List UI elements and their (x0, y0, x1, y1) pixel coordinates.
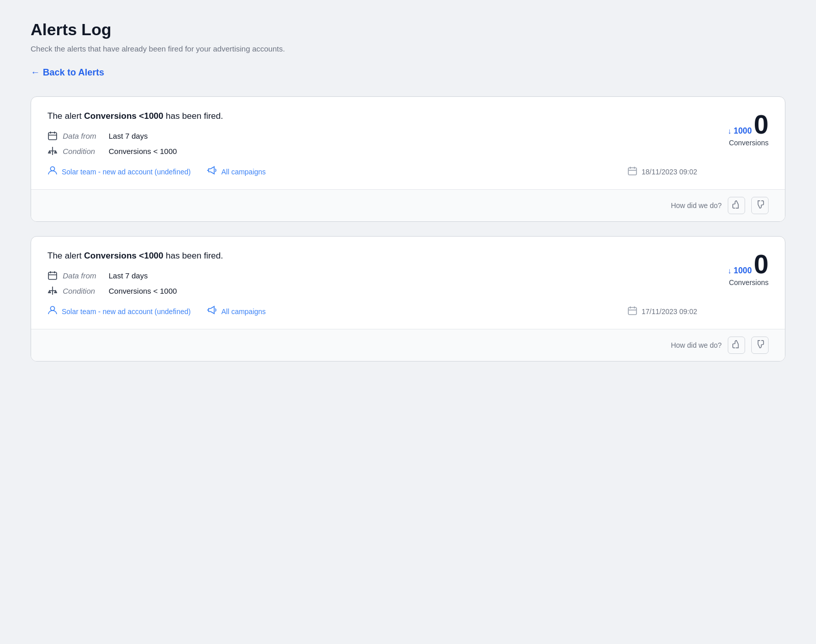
alert-title: The alert Conversions <1000 has been fir… (47, 251, 697, 261)
feedback-section: How did we do? (31, 329, 785, 361)
data-from-row: Data from Last 7 days (47, 270, 697, 280)
account-item: Solar team - new ad account (undefined) (47, 165, 191, 178)
date-item: 17/11/2023 09:02 (627, 305, 697, 317)
svg-marker-24 (209, 306, 214, 314)
svg-marker-9 (209, 167, 214, 174)
date-icon (627, 305, 638, 317)
thumbs-up-button[interactable] (728, 337, 745, 354)
date-item: 18/11/2023 09:02 (627, 166, 697, 177)
account-name: Solar team - new ad account (undefined) (62, 307, 191, 316)
alert-footer-row: Solar team - new ad account (undefined) … (47, 165, 697, 178)
feedback-section: How did we do? (31, 189, 785, 221)
svg-rect-0 (48, 133, 57, 140)
scale-icon (47, 146, 58, 156)
back-to-alerts-link[interactable]: ← Back to Alerts (31, 67, 104, 78)
thumbs-down-button[interactable] (751, 197, 769, 214)
svg-rect-26 (628, 307, 636, 315)
alerts-list: The alert Conversions <1000 has been fir… (31, 96, 785, 362)
metric-label: Conversions (729, 278, 769, 287)
account-item: Solar team - new ad account (undefined) (47, 305, 191, 318)
date-icon (627, 166, 638, 177)
metric-top: ↓ 1000 0 (728, 251, 769, 277)
alert-card-2: The alert Conversions <1000 has been fir… (31, 236, 785, 362)
alert-title: The alert Conversions <1000 has been fir… (47, 111, 697, 121)
thumbs-up-icon (732, 340, 741, 351)
page-title: Alerts Log (31, 20, 785, 39)
alert-name: Conversions <1000 (84, 251, 163, 261)
svg-point-23 (50, 306, 55, 311)
svg-rect-11 (628, 168, 636, 175)
svg-rect-15 (48, 272, 57, 279)
alert-card-1: The alert Conversions <1000 has been fir… (31, 96, 785, 222)
feedback-label: How did we do? (671, 341, 722, 349)
data-from-value: Last 7 days (109, 132, 148, 140)
alert-card-left: The alert Conversions <1000 has been fir… (47, 111, 697, 178)
calendar-icon (47, 131, 58, 141)
alert-date: 18/11/2023 09:02 (642, 168, 697, 176)
alert-date: 17/11/2023 09:02 (642, 307, 697, 316)
page-subtitle: Check the alerts that have already been … (31, 44, 785, 53)
user-icon (47, 305, 58, 318)
alert-metric: ↓ 1000 0 Conversions (697, 251, 769, 287)
campaigns-item: All campaigns (207, 305, 266, 318)
feedback-label: How did we do? (671, 201, 722, 210)
calendar-icon (47, 270, 58, 280)
condition-value: Conversions < 1000 (109, 287, 177, 295)
campaigns-item: All campaigns (207, 165, 266, 178)
data-from-row: Data from Last 7 days (47, 131, 697, 141)
metric-threshold: 1000 (733, 266, 752, 275)
metric-threshold: 1000 (733, 126, 752, 136)
data-from-label: Data from (63, 271, 104, 280)
user-icon (47, 165, 58, 178)
campaigns-value: All campaigns (221, 307, 266, 316)
metric-value: 0 (754, 111, 769, 138)
alert-footer-row: Solar team - new ad account (undefined) … (47, 305, 697, 318)
condition-row: Condition Conversions < 1000 (47, 286, 697, 296)
condition-label: Condition (63, 147, 104, 156)
scale-icon (47, 286, 58, 296)
metric-arrow-icon: ↓ (728, 126, 732, 135)
condition-label: Condition (63, 287, 104, 295)
metric-value: 0 (754, 251, 769, 277)
svg-point-8 (50, 167, 55, 171)
alert-card-left: The alert Conversions <1000 has been fir… (47, 251, 697, 318)
thumbs-down-icon (755, 200, 764, 211)
metric-arrow-icon: ↓ (728, 266, 732, 275)
campaigns-value: All campaigns (221, 168, 266, 176)
megaphone-icon (207, 165, 217, 178)
data-from-value: Last 7 days (109, 271, 148, 280)
data-from-label: Data from (63, 132, 104, 140)
thumbs-up-button[interactable] (728, 197, 745, 214)
condition-row: Condition Conversions < 1000 (47, 146, 697, 156)
alert-metric: ↓ 1000 0 Conversions (697, 111, 769, 147)
thumbs-up-icon (732, 200, 741, 211)
metric-label: Conversions (729, 139, 769, 147)
thumbs-down-button[interactable] (751, 337, 769, 354)
thumbs-down-icon (755, 340, 764, 351)
condition-value: Conversions < 1000 (109, 147, 177, 156)
account-name: Solar team - new ad account (undefined) (62, 168, 191, 176)
metric-top: ↓ 1000 0 (728, 111, 769, 138)
alert-name: Conversions <1000 (84, 111, 163, 121)
megaphone-icon (207, 305, 217, 318)
back-link-label: Back to Alerts (43, 67, 104, 78)
back-arrow-icon: ← (31, 67, 40, 78)
